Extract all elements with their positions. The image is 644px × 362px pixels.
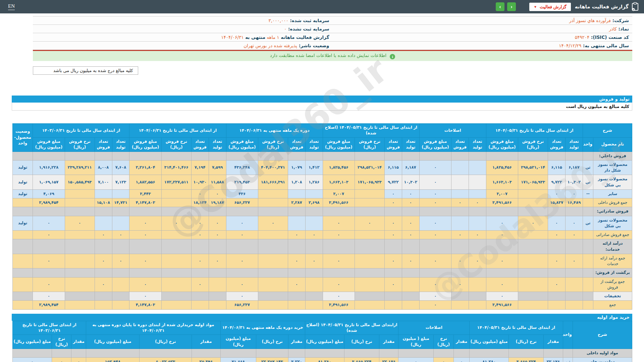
value-cell (258, 301, 288, 309)
section-label-cell: برگشت از فروش: (593, 268, 632, 277)
value-cell: ۰ (288, 254, 306, 268)
empty-cell (33, 152, 65, 160)
info-label: نماد: (617, 26, 629, 32)
value-cell: ۱۷۲,۲۳۷,۵۱۱ (161, 175, 191, 190)
value-cell: ۰ (305, 231, 323, 239)
value-cell: ۸۱,۲۸۰ (305, 358, 344, 362)
empty-cell (95, 207, 112, 216)
empty-cell (33, 207, 65, 216)
empty-cell (583, 239, 593, 254)
value-cell: ۰ (226, 254, 258, 268)
prev-report-button[interactable]: ‹ (507, 2, 516, 11)
section-label-cell: مواد اولیه داخلی (573, 349, 632, 358)
empty-cell (13, 349, 52, 358)
column-header: تعداد فروش (548, 137, 566, 152)
column-header: مبلغ فروش (میلیون ریال) (33, 137, 65, 152)
value-cell (469, 277, 486, 292)
value-cell: ۰ (419, 216, 451, 231)
table-row: جمع فروش داخلی۱۶,۴۸۹۱۵,۸۳۷۳,۴۹۱,۵۶۶۰۰۰۰۰… (13, 198, 632, 207)
value-cell (112, 292, 129, 301)
value-cell (402, 292, 419, 301)
language-toggle[interactable]: EN (8, 3, 15, 10)
value-cell (161, 277, 191, 292)
table-row: سایر--۰۰۳,۰۰۷۰۰۰۳,۰۰۷۴۳۶۰۰۳,۴۴۳۴,۰۶۹تولی… (13, 189, 632, 198)
value-cell (95, 292, 112, 301)
table-row: تخفیفات۰۰۰۰۰۰ (13, 292, 632, 301)
value-cell: ۱۷۱,۰۶۵,۹۳۳ (518, 175, 548, 190)
section-row: درآمد ارائه خدمات: (13, 239, 632, 254)
value-cell: ۰ (209, 189, 226, 198)
value-cell: ۰ (161, 216, 191, 231)
empty-cell (469, 239, 486, 254)
value-cell (13, 198, 33, 207)
value-cell: ۰ (355, 216, 384, 231)
column-header: مقدار (454, 335, 470, 349)
value-cell: ۰ (258, 216, 288, 231)
empty-cell (566, 152, 583, 160)
column-group-header: شرح (583, 124, 632, 138)
section-label-cell: فروش داخلي: (593, 152, 632, 160)
value-cell: ۰ (191, 231, 209, 239)
value-cell (583, 254, 593, 268)
empty-cell (583, 268, 593, 277)
empty-cell (548, 152, 566, 160)
value-cell: ۰ (129, 292, 161, 301)
value-cell: ۰ (419, 160, 451, 175)
value-cell: ۰ (385, 231, 402, 239)
value-cell (95, 189, 112, 198)
value-cell: ۰ (191, 189, 209, 198)
value-cell (355, 292, 384, 301)
value-cell: ۰ (419, 292, 451, 301)
value-cell: ۰ (402, 198, 419, 207)
value-cell: ۱۴,۷۳۱ (112, 198, 129, 207)
empty-cell (209, 268, 226, 277)
column-group-header: از ابتدای سال مالی تا تاریخ ۱۴۰۳/۰۶/۳۱ (13, 321, 86, 335)
empty-cell (323, 207, 355, 216)
next-report-button[interactable]: › (496, 2, 504, 11)
value-cell (161, 189, 191, 198)
empty-cell (469, 152, 486, 160)
empty-cell (52, 349, 71, 358)
value-cell: ۷,۵۹۹ (209, 160, 226, 175)
column-group-header: خرید دوره یک ماهه منتهی به ۱۴۰۴/۰۶/۳۱ (220, 321, 305, 335)
table-row: جمع برگشت از فروش۰۰۰۰۰۰۰۰۰۰۰۰ (13, 277, 632, 292)
value-cell: ۰ (451, 254, 469, 268)
empty-cell (258, 152, 288, 160)
value-cell (402, 301, 419, 309)
value-cell: تولید (13, 175, 33, 190)
value-cell (65, 277, 95, 292)
value-cell: ۰ (129, 231, 161, 239)
empty-cell (209, 152, 226, 160)
value-cell: ۰ (566, 254, 583, 268)
value-cell: ۰ (129, 277, 161, 292)
column-group-header: اصلاحات (419, 124, 486, 138)
column-header: مبلغ ( میلیون ریال) (398, 335, 433, 349)
value-cell: ۰ (323, 216, 355, 231)
value-cell: ۱۶,۴۸۹ (566, 198, 583, 207)
column-header: نرخ فروش (ریال) (355, 137, 384, 152)
company-info-row: نماد: کاذر سرمایه ثبت نشده: ۰ (33, 25, 632, 33)
value-cell (518, 301, 548, 309)
empty-cell (13, 207, 33, 216)
empty-cell (129, 239, 161, 254)
value-cell: ۰ (469, 198, 486, 207)
empty-cell (305, 268, 323, 277)
table-row: جمع فروش صادراتی۰۰۰۰۰۰۰۰۰۰۰۰۰۰۰۰۰۰ (13, 231, 632, 239)
empty-cell (518, 268, 548, 277)
value-cell (583, 277, 593, 292)
empty-cell (305, 239, 323, 254)
value-cell: ۰ (323, 292, 355, 301)
info-cell-left: سرمایه ثبت شده: ۳,۰۰۰,۰۰۰ (33, 16, 333, 24)
value-cell: ۰ (95, 254, 112, 268)
value-cell (305, 216, 323, 231)
empty-cell (112, 207, 129, 216)
empty-cell (566, 239, 583, 254)
column-header: مبلغ فروش (میلیون ریال) (226, 137, 258, 152)
value-cell: ۰ (226, 231, 258, 239)
value-cell (385, 292, 402, 301)
empty-cell (451, 239, 469, 254)
report-type-dropdown[interactable]: گزارش فعالیت ▼ (529, 3, 571, 11)
value-cell: ۰ (112, 254, 129, 268)
value-cell (191, 292, 209, 301)
company-info-row: شرکت: فرآورده هاي نسوز آذر سرمایه ثبت شد… (33, 16, 632, 25)
